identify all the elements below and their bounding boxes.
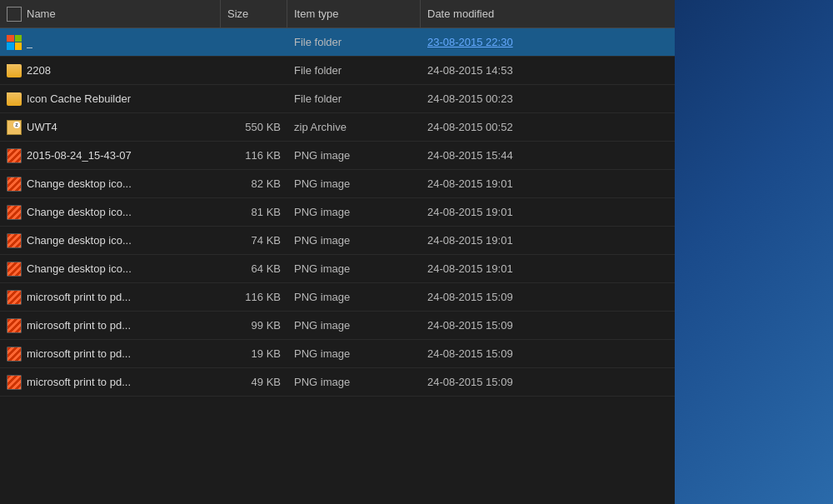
table-row[interactable]: Change desktop ico... 81 KB PNG image 24… <box>0 198 675 227</box>
png-icon <box>7 290 22 305</box>
row-filename: microsoft print to pd... <box>27 376 131 388</box>
row-size-cell: 550 KB <box>221 121 287 133</box>
row-type-cell: PNG image <box>287 234 421 247</box>
row-type-cell: PNG image <box>287 206 421 218</box>
background-right <box>675 0 833 504</box>
col-header-date[interactable]: Date modified <box>421 0 675 27</box>
row-filename: microsoft print to pd... <box>27 319 131 332</box>
col-header-type[interactable]: Item type <box>287 0 421 27</box>
folder-icon <box>7 92 22 106</box>
row-name-cell: 2015-08-24_15-43-07 <box>0 148 221 163</box>
folder-icon <box>7 64 22 77</box>
row-name-cell: Change desktop ico... <box>0 262 221 277</box>
table-row[interactable]: 2208 File folder 24-08-2015 14:53 <box>0 57 675 85</box>
row-date-cell: 24-08-2015 15:09 <box>421 376 675 388</box>
row-name-cell: Change desktop ico... <box>0 205 221 220</box>
table-row[interactable]: Change desktop ico... 64 KB PNG image 24… <box>0 255 675 283</box>
row-type-cell: File folder <box>287 64 421 77</box>
row-size-cell: 81 KB <box>221 206 287 218</box>
select-all-checkbox[interactable] <box>7 7 22 22</box>
row-date-cell: 24-08-2015 19:01 <box>421 262 675 275</box>
zip-icon <box>7 120 22 135</box>
row-date-cell: 24-08-2015 15:09 <box>421 291 675 303</box>
row-name-cell: Change desktop ico... <box>0 233 221 248</box>
png-icon <box>7 148 22 163</box>
row-date-cell: 24-08-2015 15:09 <box>421 347 675 360</box>
row-filename: Change desktop ico... <box>27 206 132 218</box>
row-filename: microsoft print to pd... <box>27 291 131 303</box>
table-row[interactable]: microsoft print to pd... 116 KB PNG imag… <box>0 283 675 312</box>
row-size-cell: 82 KB <box>221 177 287 190</box>
row-date-cell: 24-08-2015 19:01 <box>421 206 675 218</box>
row-date-cell: 24-08-2015 00:52 <box>421 121 675 133</box>
png-icon <box>7 318 22 333</box>
png-icon <box>7 205 22 220</box>
row-type-cell: PNG image <box>287 347 421 360</box>
row-date-cell: 23-08-2015 22:30 <box>421 36 675 48</box>
col-header-name[interactable]: Name <box>0 0 221 27</box>
row-date-cell: 24-08-2015 19:01 <box>421 177 675 190</box>
table-row[interactable]: microsoft print to pd... 49 KB PNG image… <box>0 368 675 397</box>
png-icon <box>7 262 22 277</box>
table-row[interactable]: UWT4 550 KB zip Archive 24-08-2015 00:52 <box>0 113 675 142</box>
row-filename: 2015-08-24_15-43-07 <box>27 149 132 162</box>
row-filename: _ <box>27 36 32 48</box>
col-name-label: Name <box>27 7 56 20</box>
row-date-cell: 24-08-2015 00:23 <box>421 92 675 105</box>
table-body: _ File folder 23-08-2015 22:30 2208 File… <box>0 28 675 504</box>
row-name-cell: Icon Cache Rebuilder <box>0 92 221 106</box>
row-type-cell: PNG image <box>287 177 421 190</box>
row-filename: Change desktop ico... <box>27 177 132 190</box>
col-header-size[interactable]: Size <box>221 0 287 27</box>
windows-icon <box>7 35 22 50</box>
table-row[interactable]: microsoft print to pd... 99 KB PNG image… <box>0 312 675 340</box>
row-size-cell: 116 KB <box>221 149 287 162</box>
png-icon <box>7 347 22 362</box>
row-filename: Change desktop ico... <box>27 262 132 275</box>
row-date-cell: 24-08-2015 15:44 <box>421 149 675 162</box>
row-type-cell: zip Archive <box>287 121 421 133</box>
row-size-cell: 64 KB <box>221 262 287 275</box>
row-size-cell: 116 KB <box>221 291 287 303</box>
row-name-cell: UWT4 <box>0 120 221 135</box>
row-size-cell: 99 KB <box>221 319 287 332</box>
table-row[interactable]: Change desktop ico... 82 KB PNG image 24… <box>0 170 675 198</box>
row-type-cell: PNG image <box>287 291 421 303</box>
row-date-cell: 24-08-2015 14:53 <box>421 64 675 77</box>
row-name-cell: microsoft print to pd... <box>0 290 221 305</box>
row-name-cell: 2208 <box>0 64 221 77</box>
table-row[interactable]: _ File folder 23-08-2015 22:30 <box>0 28 675 57</box>
row-name-cell: microsoft print to pd... <box>0 347 221 362</box>
row-size-cell: 49 KB <box>221 376 287 388</box>
row-date-cell: 24-08-2015 19:01 <box>421 234 675 247</box>
row-type-cell: File folder <box>287 36 421 48</box>
row-name-cell: _ <box>0 35 221 50</box>
row-type-cell: PNG image <box>287 319 421 332</box>
table-row[interactable]: 2015-08-24_15-43-07 116 KB PNG image 24-… <box>0 142 675 170</box>
row-date-cell: 24-08-2015 15:09 <box>421 319 675 332</box>
row-size-cell: 74 KB <box>221 234 287 247</box>
row-filename: microsoft print to pd... <box>27 347 131 360</box>
row-filename: Icon Cache Rebuilder <box>27 92 131 105</box>
table-row[interactable]: Change desktop ico... 74 KB PNG image 24… <box>0 227 675 255</box>
file-explorer: Name Size Item type Date modified _ <box>0 0 675 504</box>
png-icon <box>7 177 22 192</box>
table-header: Name Size Item type Date modified <box>0 0 675 28</box>
row-type-cell: File folder <box>287 92 421 105</box>
row-type-cell: PNG image <box>287 262 421 275</box>
row-name-cell: microsoft print to pd... <box>0 318 221 333</box>
row-type-cell: PNG image <box>287 376 421 388</box>
row-filename: 2208 <box>27 64 51 77</box>
row-size-cell: 19 KB <box>221 347 287 360</box>
png-icon <box>7 375 22 390</box>
row-filename: UWT4 <box>27 121 57 133</box>
png-icon <box>7 233 22 248</box>
row-filename: Change desktop ico... <box>27 234 132 247</box>
table-row[interactable]: microsoft print to pd... 19 KB PNG image… <box>0 340 675 368</box>
row-name-cell: Change desktop ico... <box>0 177 221 192</box>
row-type-cell: PNG image <box>287 149 421 162</box>
table-row[interactable]: Icon Cache Rebuilder File folder 24-08-2… <box>0 85 675 113</box>
row-name-cell: microsoft print to pd... <box>0 375 221 390</box>
